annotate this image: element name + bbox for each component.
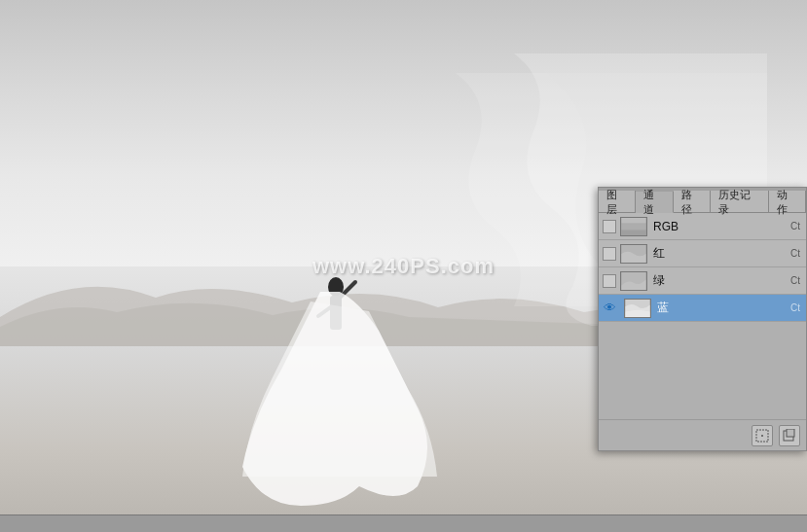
channel-shortcut-rgb: Ct bbox=[790, 221, 806, 231]
channel-eye-blue[interactable]: 👁 bbox=[599, 301, 620, 315]
channel-name-rgb: RGB bbox=[651, 220, 790, 233]
bottom-status-bar bbox=[0, 514, 807, 532]
tab-channels[interactable]: 通道 bbox=[636, 192, 673, 213]
channel-shortcut-blue: Ct bbox=[790, 302, 806, 313]
svg-rect-5 bbox=[621, 218, 645, 223]
channel-row-red[interactable]: 红 Ct bbox=[599, 240, 806, 267]
channel-name-red: 红 bbox=[651, 245, 790, 262]
tab-history[interactable]: 历史记录 bbox=[711, 191, 769, 212]
channel-thumb-rgb bbox=[620, 217, 647, 236]
svg-point-12 bbox=[761, 435, 763, 437]
channel-name-blue: 蓝 bbox=[655, 300, 790, 316]
channel-thumb-blue bbox=[624, 299, 651, 318]
panel-footer-dotted-icon[interactable] bbox=[752, 425, 773, 446]
tab-paths[interactable]: 路径 bbox=[674, 191, 711, 212]
svg-rect-14 bbox=[787, 429, 794, 437]
channel-check-rgb[interactable] bbox=[603, 220, 616, 233]
panel-footer bbox=[599, 419, 806, 450]
channel-row-green[interactable]: 绿 Ct bbox=[599, 267, 806, 295]
tab-actions[interactable]: 动作 bbox=[769, 191, 806, 212]
channel-row-blue[interactable]: 👁 蓝 Ct bbox=[599, 295, 806, 322]
tab-layers[interactable]: 图层 bbox=[599, 191, 636, 212]
panel-empty-area bbox=[599, 322, 806, 419]
svg-rect-7 bbox=[621, 230, 645, 234]
channel-list: RGB Ct 红 Ct 绿 Ct bbox=[599, 213, 806, 322]
channel-shortcut-green: Ct bbox=[790, 275, 806, 286]
channel-shortcut-red: Ct bbox=[790, 248, 806, 259]
channel-check-green[interactable] bbox=[603, 274, 616, 288]
panel-tabs-bar: 图层 通道 路径 历史记录 动作 bbox=[599, 188, 806, 213]
channel-thumb-red bbox=[620, 244, 647, 264]
channels-panel: 图层 通道 路径 历史记录 动作 RGB bbox=[598, 187, 807, 451]
svg-rect-6 bbox=[621, 224, 645, 229]
dress-layer bbox=[242, 292, 437, 506]
panel-footer-new-icon[interactable] bbox=[779, 425, 800, 446]
channel-name-green: 绿 bbox=[651, 272, 790, 289]
channel-row-rgb[interactable]: RGB Ct bbox=[599, 213, 806, 240]
channel-check-red[interactable] bbox=[603, 247, 616, 261]
channel-thumb-green bbox=[620, 271, 647, 291]
